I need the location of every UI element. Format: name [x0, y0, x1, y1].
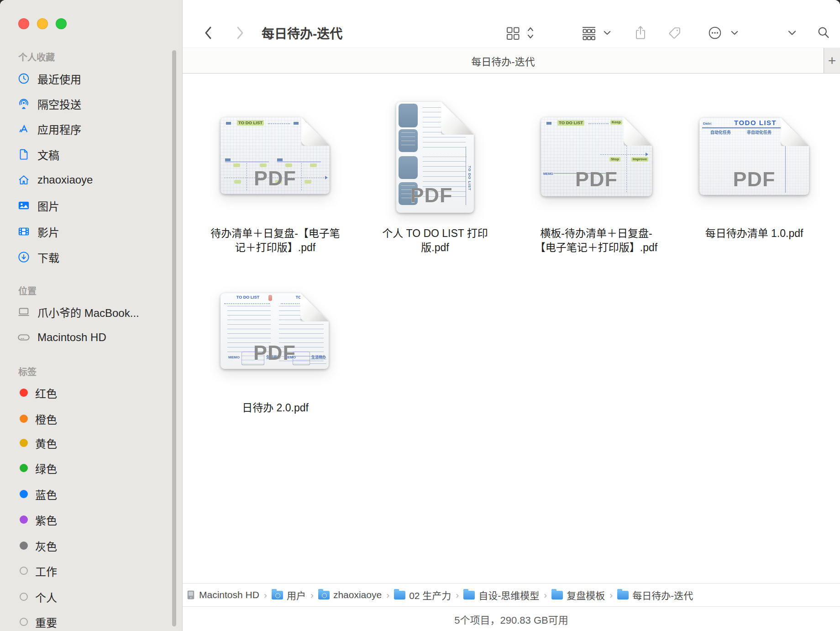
pdf-thumbnail: Date: TODO LIST 自动化任务 非自动化任务 PDF	[699, 118, 809, 195]
file-label[interactable]: 横板-待办清单＋日复盘-【电子笔记＋打印版】.pdf	[519, 226, 674, 255]
sidebar-item-label: 重要	[35, 614, 57, 630]
file-icon-pdf-3[interactable]: TO DO LIST Keep Stop Improve MEMO PDF	[541, 117, 652, 196]
toolbar-overflow-chevron-icon[interactable]	[788, 30, 796, 36]
file-icon-pdf-4[interactable]: Date: TODO LIST 自动化任务 非自动化任务 PDF	[699, 118, 809, 195]
sidebar-item-tag-yellow[interactable]: 黄色	[0, 435, 177, 451]
file-label[interactable]: 待办清单＋日复盘-【电子笔记＋打印版】.pdf	[198, 226, 353, 255]
file-icon-pdf-1[interactable]: TO DO LIST TO DO LIST PDF	[220, 117, 330, 194]
sidebar-item-documents[interactable]: 文稿	[0, 146, 177, 163]
breadcrumb-separator: ›	[310, 589, 314, 600]
tag-color-dot	[20, 415, 28, 423]
sidebar-scrollbar[interactable]	[172, 50, 176, 626]
sidebar-item-tag-orange[interactable]: 橙色	[0, 410, 177, 427]
sidebar-item-tag-purple[interactable]: 紫色	[0, 511, 177, 528]
breadcrumb-item-mental-models[interactable]: 自设-思维模型	[463, 588, 539, 602]
sidebar-item-label: 个人	[35, 589, 57, 605]
sidebar-item-tag-personal[interactable]: 个人	[0, 589, 177, 605]
group-by-chevron-icon[interactable]	[604, 30, 611, 36]
sidebar-item-macbook[interactable]: 爪小爷的 MacBook...	[0, 304, 177, 320]
sidebar-item-tag-gray[interactable]: 灰色	[0, 537, 177, 554]
sidebar-item-label: 工作	[35, 563, 57, 579]
pdf-badge: PDF	[220, 168, 330, 189]
sidebar-section-locations: 位置	[18, 284, 37, 297]
sidebar-item-movies[interactable]: 影片	[0, 223, 177, 240]
page-curl	[781, 118, 809, 146]
tag-color-dot	[20, 618, 28, 626]
more-options-chevron-icon[interactable]	[731, 30, 738, 36]
tag-color-dot	[20, 593, 28, 601]
breadcrumb-item-users[interactable]: 用户	[272, 588, 306, 602]
breadcrumb-item-productivity[interactable]: 02 生产力	[394, 588, 451, 602]
breadcrumb-item-current-folder[interactable]: 每日待办-迭代	[617, 588, 693, 602]
sidebar-item-label: 爪小爷的 MacBook...	[37, 304, 139, 320]
home-icon	[17, 174, 30, 186]
forward-button[interactable]	[235, 25, 245, 41]
sidebar-item-tag-red[interactable]: 红色	[0, 384, 177, 401]
sidebar-item-tag-blue[interactable]: 蓝色	[0, 486, 177, 502]
sidebar-item-label: 最近使用	[37, 71, 81, 87]
breadcrumb-item-zhaoxiaoye[interactable]: zhaoxiaoye	[318, 589, 382, 600]
breadcrumb: Macintosh HD › 用户 › zhaoxiaoye › 02 生产力 …	[183, 583, 840, 606]
sidebar-item-pictures[interactable]: 图片	[0, 197, 177, 214]
sidebar-item-macintosh-hd[interactable]: Macintosh HD	[0, 329, 177, 346]
breadcrumb-separator: ›	[264, 589, 267, 600]
tag-color-dot	[20, 515, 28, 524]
sidebar-item-downloads[interactable]: 下载	[0, 249, 177, 265]
airdrop-icon	[17, 97, 30, 110]
sidebar-item-recents[interactable]: 最近使用	[0, 70, 177, 87]
sidebar-item-tag-important[interactable]: 重要	[0, 614, 177, 630]
back-button[interactable]	[203, 25, 213, 41]
sidebar-item-label: 黄色	[35, 435, 57, 451]
folder-icon	[617, 591, 629, 599]
file-label[interactable]: 日待办 2.0.pdf	[198, 401, 353, 415]
file-icon-pdf-5[interactable]: TO DO LIST TO DO LIST MEMO 生活待办 MEMO 生活待…	[220, 293, 329, 369]
pdf-badge: PDF	[699, 169, 809, 189]
page-curl	[624, 117, 652, 146]
finder-window: 个人收藏 最近使用 隔空投送 应用程序 文稿 zhaoxiaoye 图片 影片	[0, 0, 840, 631]
breadcrumb-item-macintosh-hd[interactable]: Macintosh HD	[186, 589, 259, 600]
sidebar-item-home[interactable]: zhaoxiaoye	[0, 172, 177, 188]
pdf-badge: PDF	[220, 343, 329, 363]
share-icon[interactable]	[635, 26, 647, 41]
tag-color-dot	[20, 542, 28, 550]
minimize-window-button[interactable]	[37, 18, 48, 29]
sidebar-item-label: 图片	[37, 198, 59, 214]
page-curl	[301, 117, 330, 146]
sidebar-item-applications[interactable]: 应用程序	[0, 121, 177, 137]
tab-folder-title[interactable]: 每日待办-迭代	[183, 48, 824, 73]
drive-small-icon	[186, 590, 195, 600]
more-options-icon[interactable]	[708, 26, 722, 40]
new-tab-button[interactable]: +	[824, 48, 840, 73]
tag-color-dot	[20, 567, 28, 575]
file-label[interactable]: 每日待办清单 1.0.pdf	[677, 226, 832, 241]
tag-icon[interactable]	[668, 26, 682, 40]
download-icon	[17, 251, 30, 263]
sidebar-item-label: Macintosh HD	[37, 331, 106, 344]
sidebar: 个人收藏 最近使用 隔空投送 应用程序 文稿 zhaoxiaoye 图片 影片	[0, 0, 183, 631]
search-icon[interactable]	[817, 26, 830, 40]
pictures-icon	[17, 199, 30, 212]
tab-bar: 每日待办-迭代 +	[183, 47, 840, 74]
view-mode-icon[interactable]	[506, 26, 520, 40]
pdf-thumbnail: TO DO LIST TO DO LIST PDF	[220, 117, 330, 194]
laptop-icon	[17, 305, 30, 318]
pin-decoration	[268, 295, 272, 301]
breadcrumb-separator: ›	[386, 589, 389, 600]
sidebar-item-tag-work[interactable]: 工作	[0, 563, 177, 579]
zoom-window-button[interactable]	[56, 18, 67, 29]
sidebar-item-tag-green[interactable]: 绿色	[0, 460, 177, 476]
group-by-icon[interactable]	[581, 26, 597, 40]
breadcrumb-separator: ›	[544, 589, 547, 600]
sidebar-item-airdrop[interactable]: 隔空投送	[0, 95, 177, 112]
sidebar-item-label: 影片	[37, 224, 59, 240]
breadcrumb-separator: ›	[456, 589, 459, 600]
pdf-thumbnail: TO DO LIST TO DO LIST MEMO 生活待办 MEMO 生活待…	[220, 293, 329, 369]
file-icon-pdf-2[interactable]: TO DO LIST PDF	[396, 102, 474, 213]
sidebar-item-label: 文稿	[37, 147, 59, 163]
breadcrumb-item-review-templates[interactable]: 复盘模板	[551, 588, 605, 602]
file-label[interactable]: 个人 TO DO LIST 打印版.pdf	[357, 226, 513, 255]
sidebar-item-label: zhaoxiaoye	[37, 174, 93, 186]
film-icon	[17, 225, 30, 238]
view-mode-chevrons-icon[interactable]	[527, 26, 534, 40]
close-window-button[interactable]	[18, 18, 29, 29]
